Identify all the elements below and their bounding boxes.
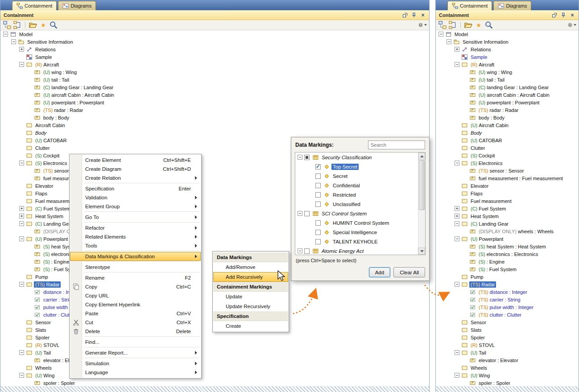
search-button[interactable] bbox=[484, 21, 493, 29]
open-folder-button[interactable] bbox=[464, 21, 473, 29]
menu-item-paste[interactable]: PasteCtrl+V bbox=[70, 309, 201, 318]
collapse-toggle[interactable]: − bbox=[19, 161, 24, 165]
menu-item-add-remove[interactable]: Add/Remove bbox=[213, 262, 288, 272]
menu-item-create-diagram[interactable]: Create DiagramCtrl+Shift+D bbox=[70, 165, 201, 173]
menu-item-copy-url[interactable]: Copy URL bbox=[70, 291, 201, 300]
scrollbar[interactable] bbox=[418, 153, 425, 255]
tree-item[interactable]: −(R) Aircraft bbox=[436, 61, 579, 68]
menu-item-create[interactable]: Create bbox=[213, 321, 288, 331]
tree-item[interactable]: P(U) wing : Wing bbox=[0, 68, 429, 76]
marking-item[interactable]: Secret bbox=[295, 171, 418, 181]
tree-item[interactable]: +Heat System bbox=[436, 212, 579, 220]
collapse-toggle[interactable]: − bbox=[19, 373, 24, 378]
tree-item[interactable]: −(S) Electronics bbox=[436, 159, 579, 167]
tree-item[interactable]: P(U) powerplant : Powerplant bbox=[436, 99, 579, 106]
tree-item[interactable]: P(U) tail : Tail bbox=[0, 76, 429, 83]
tree-item[interactable]: (TS) carrier : String bbox=[436, 296, 579, 303]
marking-item[interactable]: Confidential bbox=[295, 181, 418, 190]
tree-item[interactable]: −(R) Aircraft bbox=[0, 61, 429, 68]
tree-item[interactable]: P(S) : Engine bbox=[436, 258, 579, 265]
checkbox-unchecked[interactable] bbox=[315, 220, 321, 226]
tree-item[interactable]: −Model bbox=[0, 30, 429, 38]
clear-all-button[interactable]: Clear All bbox=[393, 267, 425, 277]
menu-item-element-group[interactable]: Element Group bbox=[70, 202, 201, 211]
tree-item[interactable]: P(C) landing Gear : Landing Gear bbox=[436, 83, 579, 91]
tree-item[interactable]: (TS) distance : Integer bbox=[436, 288, 579, 296]
tree-item[interactable]: P(S) electronics : Electronics bbox=[436, 250, 579, 258]
tree-item[interactable]: P(S) heat System : Heat System bbox=[436, 243, 579, 250]
menu-item-tools[interactable]: Tools bbox=[70, 241, 201, 250]
tree-item[interactable]: Fuel measurement bbox=[436, 197, 579, 205]
collapse-toggle[interactable]: − bbox=[455, 350, 459, 355]
tree-item[interactable]: (R) STOVL bbox=[0, 341, 429, 349]
tree-item[interactable]: −(TS) Radar bbox=[436, 281, 579, 288]
tree-item[interactable]: Pelevator : Elevator bbox=[0, 356, 429, 364]
favorites-button[interactable]: ★ bbox=[39, 21, 48, 29]
tree-item[interactable]: Sample bbox=[436, 53, 579, 61]
tree-item[interactable]: Pfuel measurement : Fuel measurement bbox=[436, 174, 579, 182]
tree-item[interactable]: Wheels bbox=[0, 364, 429, 371]
tree-item[interactable]: −(U) Powerplant bbox=[436, 235, 579, 243]
collapse-toggle[interactable]: − bbox=[298, 248, 302, 253]
menu-item-generate-report[interactable]: Generate Report... bbox=[70, 348, 201, 357]
expand-toggle[interactable]: + bbox=[455, 214, 459, 219]
tree-item[interactable]: +Relations bbox=[0, 45, 429, 53]
tree-item[interactable]: Flaps bbox=[436, 190, 579, 197]
tree-item[interactable]: Pbody : Body bbox=[0, 114, 429, 121]
expand-toggle[interactable]: + bbox=[455, 206, 459, 211]
collapse-toggle[interactable]: − bbox=[455, 282, 459, 287]
checkbox-unchecked[interactable] bbox=[315, 239, 321, 244]
tree-item[interactable]: P(TS) radar : Radar bbox=[436, 106, 579, 114]
checkbox-unchecked[interactable] bbox=[315, 192, 321, 198]
collapse-toggle[interactable]: − bbox=[447, 39, 451, 44]
collapse-toggle[interactable]: − bbox=[19, 221, 24, 226]
menu-item-copy-element-hyperlink[interactable]: Copy Element Hyperlink bbox=[70, 300, 201, 309]
marking-item[interactable]: Top Secret bbox=[295, 162, 418, 171]
pin-button[interactable] bbox=[411, 12, 417, 18]
collapse-toggle[interactable]: − bbox=[298, 155, 302, 160]
menu-item-refactor[interactable]: Refactor bbox=[70, 223, 201, 232]
checkbox-unchecked[interactable] bbox=[304, 211, 310, 216]
tree-item[interactable]: Elevator bbox=[436, 182, 579, 190]
tree-item[interactable]: Body bbox=[436, 129, 579, 136]
tree-item[interactable]: P(C) landing Gear : Landing Gear bbox=[0, 83, 429, 91]
menu-item-related-elements[interactable]: Related Elements bbox=[70, 232, 201, 241]
tree-item[interactable]: Wheels bbox=[436, 364, 579, 371]
checkbox-partial[interactable] bbox=[304, 155, 310, 160]
tree-item[interactable]: (TS) clutter : Clutter bbox=[436, 311, 579, 318]
scroll-down-button[interactable] bbox=[418, 248, 425, 255]
tree-item[interactable]: −(U) Tail bbox=[436, 349, 579, 356]
scroll-up-button[interactable] bbox=[418, 153, 425, 160]
checkbox-unchecked[interactable] bbox=[315, 230, 321, 235]
menu-item-validation[interactable]: Validation bbox=[70, 193, 201, 202]
checkbox-unchecked[interactable] bbox=[315, 183, 321, 188]
tab-diagrams[interactable]: Diagrams bbox=[58, 1, 96, 10]
favorites-button[interactable]: ★ bbox=[474, 21, 483, 29]
pin-button[interactable] bbox=[560, 12, 567, 18]
tree-item[interactable]: Pspoler : Spoler bbox=[0, 379, 429, 387]
tree-item[interactable]: (TS) pulse width : Integer bbox=[436, 303, 579, 311]
menu-item-language[interactable]: Language bbox=[70, 368, 201, 377]
tree-item[interactable]: −(U) Tail bbox=[0, 349, 429, 356]
search-input[interactable] bbox=[368, 140, 425, 149]
tree-item[interactable]: P(U) powerplant : Powerplant bbox=[0, 99, 429, 106]
collapse-toggle[interactable]: − bbox=[438, 32, 443, 37]
scrollbar-thumb[interactable] bbox=[419, 160, 425, 210]
tree-item[interactable]: −(C) Landing Gear bbox=[436, 220, 579, 227]
marking-item[interactable]: −Atomic Energy Act bbox=[295, 246, 418, 255]
tree-item[interactable]: P(TS) radar : Radar bbox=[0, 106, 429, 114]
tree-item[interactable]: Sensor bbox=[436, 318, 579, 326]
expand-toggle[interactable]: + bbox=[19, 47, 24, 52]
settings-button[interactable] bbox=[567, 21, 576, 29]
tree-item[interactable]: (S) Cockpit bbox=[436, 152, 579, 159]
collapse-toggle[interactable]: − bbox=[455, 62, 459, 67]
add-button[interactable]: Add bbox=[369, 267, 390, 277]
tree-item[interactable]: Body bbox=[0, 129, 429, 136]
tree-item[interactable]: −Sensitive Information bbox=[0, 38, 429, 45]
tree-item[interactable]: +Relations bbox=[436, 45, 579, 53]
tree-item[interactable]: Spoler bbox=[0, 334, 429, 341]
float-button[interactable] bbox=[402, 12, 408, 18]
open-folder-button[interactable] bbox=[29, 21, 37, 29]
tree-item[interactable]: −(U) Wing bbox=[436, 371, 579, 379]
marking-item[interactable]: Restricted bbox=[295, 190, 418, 199]
